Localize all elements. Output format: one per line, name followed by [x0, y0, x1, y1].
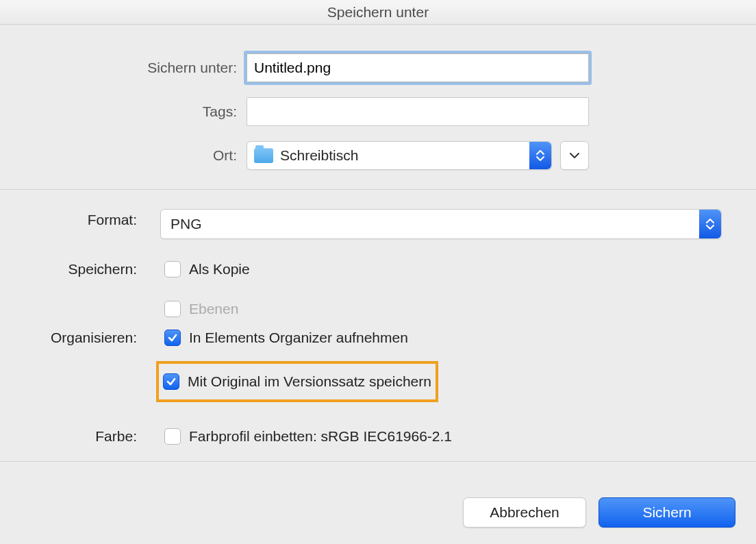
version-set-checkbox[interactable]	[163, 373, 179, 390]
highlighted-option: Mit Original im Versionssatz speichern	[156, 361, 438, 402]
as-copy-label: Als Kopie	[189, 261, 250, 277]
filename-input[interactable]	[247, 53, 589, 82]
format-label: Format:	[16, 209, 160, 228]
titlebar: Speichern unter	[0, 0, 756, 25]
location-select[interactable]: Schreibtisch	[247, 141, 552, 170]
location-label: Ort:	[123, 147, 247, 164]
save-as-dialog: Speichern unter Sichern unter: Tags: Ort…	[0, 0, 756, 544]
folder-icon	[254, 148, 273, 163]
organize-label: Organisieren:	[16, 327, 160, 346]
save-as-label: Sichern unter:	[123, 60, 247, 76]
upper-section: Sichern unter: Tags: Ort: Schreibtisch	[0, 25, 756, 190]
as-copy-checkbox[interactable]	[164, 261, 181, 277]
save-section-label: Speichern:	[16, 258, 160, 277]
layers-checkbox	[164, 301, 181, 317]
layers-label: Ebenen	[189, 301, 238, 317]
embed-profile-checkbox[interactable]	[164, 428, 181, 445]
color-label: Farbe:	[16, 425, 160, 445]
tags-label: Tags:	[123, 103, 247, 120]
expand-button[interactable]	[560, 141, 589, 170]
include-organizer-label: In Elements Organizer aufnehmen	[189, 330, 408, 346]
lower-section: Format: PNG Speichern: Als Kopie	[0, 190, 756, 462]
dialog-title: Speichern unter	[327, 4, 429, 20]
format-select[interactable]: PNG	[160, 209, 722, 239]
updown-icon	[529, 142, 551, 169]
embed-profile-label: Farbprofil einbetten: sRGB IEC61966-2.1	[189, 428, 452, 445]
format-value: PNG	[171, 216, 202, 232]
chevron-down-icon	[569, 152, 580, 159]
include-organizer-checkbox[interactable]	[164, 330, 181, 346]
tags-input[interactable]	[247, 97, 589, 126]
footer: Abbrechen Sichern	[0, 481, 756, 544]
location-value: Schreibtisch	[280, 147, 358, 164]
cancel-button[interactable]: Abbrechen	[463, 497, 586, 528]
version-set-label: Mit Original im Versionssatz speichern	[188, 373, 431, 390]
save-button[interactable]: Sichern	[598, 497, 735, 528]
updown-icon	[699, 210, 721, 238]
